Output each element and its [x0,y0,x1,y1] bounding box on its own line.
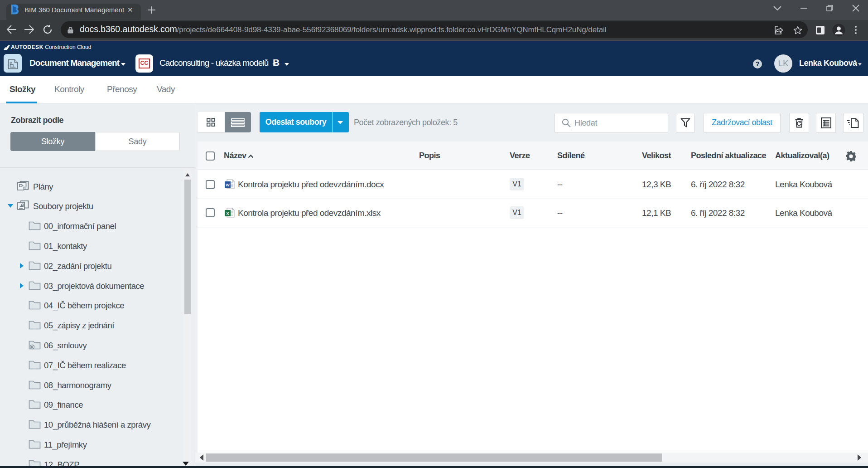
svg-text:X: X [226,211,229,216]
svg-text:W: W [226,183,230,187]
